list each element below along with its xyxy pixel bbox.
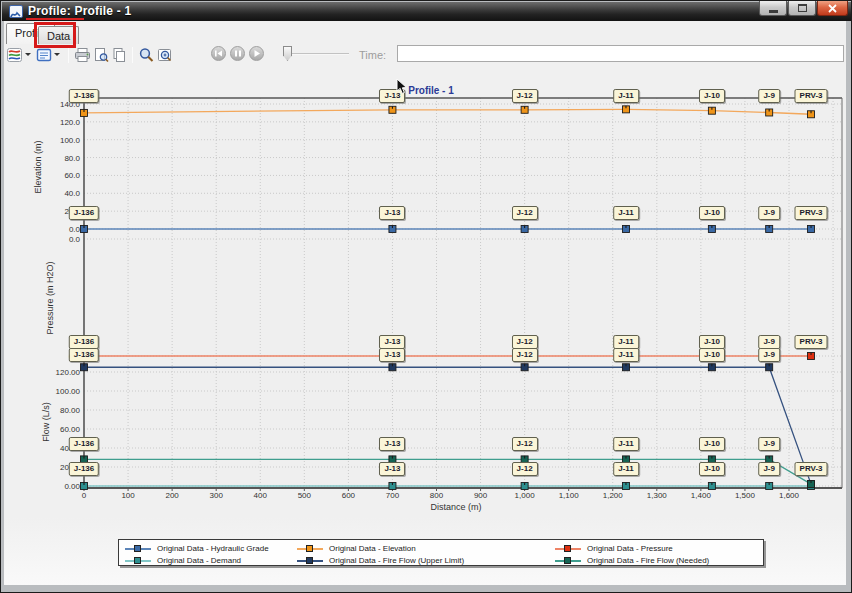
legend-marker-swatch — [134, 545, 141, 552]
legend-label: Original Data - Fire Flow (Upper Limit) — [329, 556, 464, 565]
maximize-icon — [798, 4, 807, 12]
time-label: Time: — [359, 49, 386, 61]
maximize-button[interactable] — [788, 1, 816, 16]
legend-line-swatch — [125, 548, 151, 550]
toolbar — [6, 44, 175, 65]
legend-label: Original Data - Pressure — [587, 544, 673, 553]
legend-line-swatch — [125, 560, 151, 562]
annotation-options-button[interactable] — [35, 45, 64, 65]
legend-marker-swatch — [564, 545, 571, 552]
chevron-down-icon — [54, 53, 60, 59]
close-button[interactable] — [817, 1, 848, 16]
chevron-down-icon — [25, 53, 31, 59]
legend-label: Original Data - Hydraulic Grade — [157, 544, 269, 553]
window-icon — [9, 5, 23, 18]
legend-item: Original Data - Hydraulic Grade — [125, 543, 269, 554]
legend-marker-swatch — [306, 557, 313, 564]
legend-marker-swatch — [306, 545, 313, 552]
playback-controls — [211, 46, 264, 61]
profile-window: Profile - 1 Distance (m) 140.0120.0100.0… — [0, 0, 852, 593]
legend-item: Original Data - Demand — [125, 555, 241, 566]
legend-item: Original Data - Fire Flow (Upper Limit) — [297, 555, 464, 566]
legend-line-swatch — [555, 548, 581, 550]
pause-icon — [234, 49, 242, 58]
pause-button[interactable] — [230, 46, 245, 61]
annotation-title-underline — [26, 18, 84, 20]
zoom-button[interactable] — [137, 45, 156, 65]
close-icon — [828, 4, 837, 13]
display-options-icon — [7, 47, 23, 63]
copy-icon — [111, 47, 127, 63]
tab-data[interactable]: Data — [38, 26, 79, 44]
window-client-area — [4, 21, 846, 585]
rewind-button[interactable] — [211, 46, 226, 61]
minimize-button[interactable] — [759, 1, 787, 16]
zoom-window-button[interactable] — [156, 45, 175, 65]
zoom-icon — [138, 47, 155, 63]
time-slider-track[interactable] — [283, 53, 349, 55]
display-options-button[interactable] — [6, 45, 35, 65]
annotation-options-icon — [36, 47, 52, 63]
time-slider[interactable] — [283, 46, 349, 62]
window-controls — [758, 1, 848, 16]
window-title: Profile: Profile - 1 — [28, 4, 131, 18]
legend-line-swatch — [555, 560, 581, 562]
zoom-window-icon — [157, 47, 174, 63]
toolbar-separator — [132, 47, 133, 63]
print-preview-button[interactable] — [92, 45, 110, 65]
legend-marker-swatch — [564, 557, 571, 564]
copy-button[interactable] — [110, 45, 128, 65]
print-button[interactable] — [73, 45, 92, 65]
play-icon — [253, 49, 261, 58]
print-preview-icon — [93, 47, 109, 63]
legend-line-swatch — [297, 560, 323, 562]
legend-line-swatch — [297, 548, 323, 550]
play-button[interactable] — [249, 46, 264, 61]
rewind-icon — [214, 49, 223, 58]
print-icon — [74, 47, 91, 63]
legend-label: Original Data - Fire Flow (Needed) — [587, 556, 709, 565]
title-bar[interactable]: Profile: Profile - 1 — [2, 2, 851, 21]
legend-marker-swatch — [134, 557, 141, 564]
legend-label: Original Data - Elevation — [329, 544, 416, 553]
toolbar-separator — [68, 47, 69, 63]
legend-label: Original Data - Demand — [157, 556, 241, 565]
minimize-icon — [769, 10, 778, 13]
time-slider-thumb[interactable] — [283, 46, 292, 61]
time-input[interactable] — [397, 45, 844, 62]
legend-item: Original Data - Pressure — [555, 543, 673, 554]
legend-item: Original Data - Fire Flow (Needed) — [555, 555, 709, 566]
legend-item: Original Data - Elevation — [297, 543, 416, 554]
chart-legend: Original Data - Hydraulic GradeOriginal … — [118, 539, 764, 566]
